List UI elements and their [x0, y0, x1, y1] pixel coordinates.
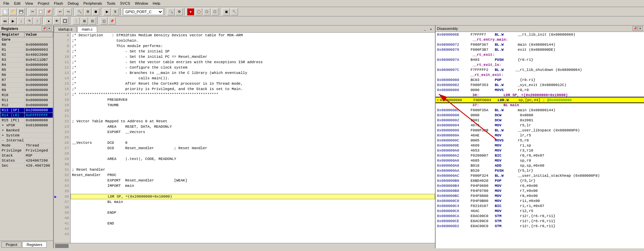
disasm-line[interactable]: 0x080000A2 F0200007 BIC r0,r0,#0x07: [436, 153, 644, 158]
banked-row[interactable]: + Banked: [0, 128, 53, 133]
code-line[interactable]: EXPORT Reset_Handler [WEAK]: [71, 178, 435, 183]
dbg-step-over-btn[interactable]: ↷: [26, 17, 33, 25]
debug-stop-btn[interactable]: ⏸: [112, 8, 119, 15]
code-line[interactable]: ;* priority is Privileged, and the Stack…: [71, 86, 435, 92]
reg-row[interactable]: R30x04C11DB7: [0, 57, 53, 62]
code-line[interactable]: ; Vector Table Mapped to Address 0 at Re…: [71, 119, 435, 124]
disasm-line[interactable]: 0x0800009A 46AE MOV lr,r5: [436, 133, 644, 138]
code-line[interactable]: [71, 215, 435, 221]
disasm-line[interactable]: 0x080000B4 F04F0600 MOV r6,#0x00: [436, 183, 644, 188]
dbg-step-out-btn[interactable]: ↑: [34, 17, 41, 25]
tab-project[interactable]: Project: [1, 242, 22, 248]
code-line[interactable]: ;* - Branches to __main in the C library…: [71, 70, 435, 76]
reg-row[interactable]: R10x00000003: [0, 47, 53, 52]
disasm-line[interactable]: 0x080000B0 E8BD4020 POP {r5,lr}: [436, 178, 644, 183]
disasm-line[interactable]: 0x080000A6 4685 MOV sp,r0: [436, 158, 644, 163]
code-line[interactable]: AREA RESET, DATA, READONLY: [71, 124, 435, 129]
reg-row[interactable]: R80x00000000: [0, 83, 53, 88]
disasm-line[interactable]: 0x08000080 BC03 POP {r0-r1}: [436, 77, 644, 82]
tab-mainc[interactable]: main.c: [77, 26, 97, 32]
disasm-line[interactable]: __rt_exit_exit:: [436, 72, 644, 77]
code-line[interactable]: [71, 108, 435, 113]
redo-btn[interactable]: ↪: [65, 8, 72, 15]
reg-row[interactable]: R60x00000000: [0, 73, 53, 78]
tab-minimize-btn[interactable]: _: [422, 27, 428, 32]
dbg-extra2-btn[interactable]: ⊟: [89, 17, 96, 25]
disasm-line[interactable]: 0x080000AA B520 PUSH {r5,lr}: [436, 168, 644, 173]
build-all-btn[interactable]: ⚙: [84, 8, 91, 15]
reg-row[interactable]: R15 (PC)0x08000088: [0, 118, 53, 123]
code-line[interactable]: ;* *************************************…: [71, 92, 435, 97]
disasm-line[interactable]: 0x080000B8 F04F0700 MOV r7,#0x00: [436, 188, 644, 193]
dbg-more-btn[interactable]: ⋮: [73, 17, 80, 25]
disasm-line[interactable]: 0x08000072 F000F367 BL.W main (0x0800014…: [436, 42, 644, 47]
code-line[interactable]: [71, 226, 435, 232]
target-dropdown[interactable]: GPIO_PORT_C: [123, 8, 163, 15]
undo-btn[interactable]: ↩: [56, 8, 64, 15]
code-text[interactable]: ;* Description : STM32F10x Medium Densit…: [71, 33, 435, 243]
disasm-line[interactable]: 0x08000086 0000 MOVS r0,r0: [436, 87, 644, 92]
disasm-line[interactable]: 0x080000AC F000F324 BL.W __user_initial_…: [436, 173, 644, 178]
code-line[interactable]: ;* Description : STM32F10x Medium Densit…: [71, 33, 435, 38]
disasm-line[interactable]: 0x08000082 F000F353 BL.W _sys_exit (0x08…: [436, 82, 644, 87]
menu-file[interactable]: File: [1, 1, 11, 6]
disasm-line[interactable]: __rt_entry_main:: [436, 37, 644, 42]
code-line[interactable]: [71, 205, 435, 210]
disasm-line[interactable]: 0x080000CA E8AC09C0 STM r12!,{r6-r8,r11}: [436, 213, 644, 218]
disasm-line[interactable]: 0x080000D2 E8AC09C0 STM r12!,{r6-r8,r11}: [436, 223, 644, 228]
disasm-line[interactable]: 0x08000094 4675 MOV r5,lr: [436, 123, 644, 128]
red-dot-btn[interactable]: ●: [187, 8, 194, 15]
dbg-reset-btn[interactable]: ⏮: [1, 17, 9, 25]
window-btn[interactable]: ▣: [223, 8, 230, 15]
dbg-pin-btn[interactable]: 📌: [108, 17, 116, 25]
menu-edit[interactable]: Edit: [12, 1, 23, 6]
menu-view[interactable]: View: [23, 1, 35, 6]
open-btn[interactable]: 📂: [9, 8, 17, 15]
disasm-line[interactable]: 0x0800006E F7FFFF7 BL.W __rt_lib_init (0…: [436, 32, 644, 37]
menu-tools[interactable]: Tools: [105, 1, 118, 6]
code-line[interactable]: ;* - Set the vector table entries with t…: [71, 59, 435, 65]
dbg-extra-btn[interactable]: ⊞: [81, 17, 88, 25]
code-line[interactable]: ;* After Reset the CortexM3 processor is…: [71, 81, 435, 86]
dbg-mem-btn[interactable]: 🔲: [61, 17, 69, 25]
disasm-line[interactable]: 0x08000090 0000 DCW 0x0000: [436, 113, 644, 118]
code-line[interactable]: Reset_Handler PROC: [71, 172, 435, 178]
internal-row[interactable]: - Internal: [0, 138, 53, 143]
reg-row[interactable]: R70x00000000: [0, 78, 53, 83]
reg-row[interactable]: R120x00000000: [0, 103, 53, 108]
code-line[interactable]: [71, 232, 435, 237]
stop-btn[interactable]: ⏹: [92, 8, 99, 15]
reg-row[interactable]: R13 (SP)0x20000000: [0, 108, 53, 113]
paste-btn[interactable]: 📌: [45, 8, 52, 15]
code-line[interactable]: [71, 189, 435, 194]
reg-row[interactable]: R40x00000000: [0, 62, 53, 68]
reg-row[interactable]: R20x40022000: [0, 52, 53, 57]
dbg-run-btn[interactable]: ◯: [195, 8, 202, 15]
code-line[interactable]: EXPORT __Vectors: [71, 129, 435, 135]
reg-row[interactable]: R14 (LR)0xFFFFFFFF: [0, 113, 53, 118]
dbg2-btn[interactable]: ⬡: [203, 8, 210, 15]
menu-project[interactable]: Project: [36, 1, 51, 6]
disasm-line[interactable]: 0x080000C4 F0210107 BIC r1,r1,#0x07: [436, 203, 644, 208]
disasm-line[interactable]: 0x0800009E 4669 MOV r1,sp: [436, 143, 644, 148]
code-line[interactable]: [71, 135, 435, 140]
dbg-bp-btn[interactable]: ●: [45, 17, 52, 25]
code-hscrollbar[interactable]: [54, 243, 435, 248]
pin-btn[interactable]: 📌: [42, 26, 46, 31]
debug-btn[interactable]: ▶: [104, 8, 111, 15]
tab-registers[interactable]: Registers: [22, 242, 46, 248]
cut-btn[interactable]: ✂: [29, 8, 36, 15]
menu-svcs[interactable]: SVCS: [118, 1, 132, 6]
disasm-line[interactable]: 0x080000C0 F04F0B00 MOV r11,#0x00: [436, 198, 644, 203]
code-line[interactable]: PRESERVE8: [71, 97, 435, 102]
new-btn[interactable]: 📄: [1, 8, 9, 15]
disasm-line[interactable]: 0x08000092 2001 DCW 0x2001: [436, 118, 644, 123]
disasm-pin-btn[interactable]: 📌: [633, 26, 637, 31]
code-line[interactable]: ;* - Set the initial PC == Reset_Handler: [71, 54, 435, 59]
disasm-line[interactable]: 0x08000076 F000F3B7 BL.W exit (0x080000D…: [436, 47, 644, 52]
code-line[interactable]: ;* This module performs:: [71, 43, 435, 49]
disasm-line[interactable]: 36: LDR SP, =(0x20000000+0x10000): [436, 92, 644, 97]
reg-row[interactable]: R00x00000000: [0, 42, 53, 47]
menu-window[interactable]: Window: [133, 1, 150, 6]
code-line[interactable]: ;* calls main()).: [71, 76, 435, 81]
